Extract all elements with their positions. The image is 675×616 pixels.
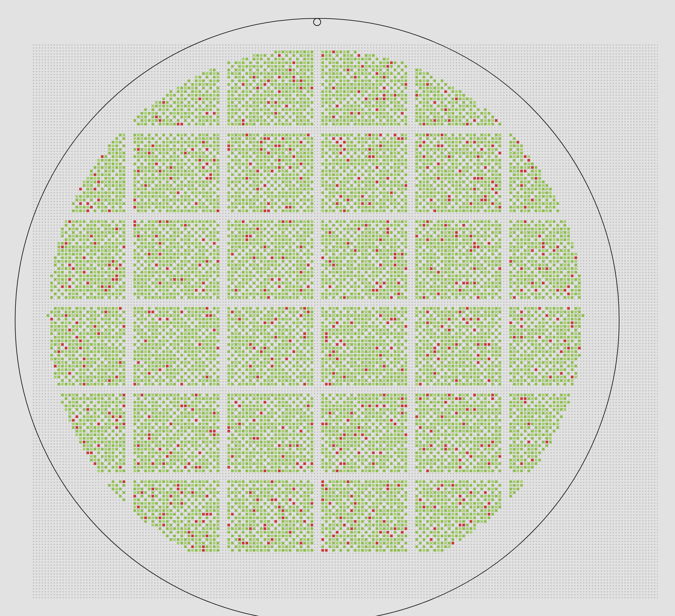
wafer-outline-circle	[15, 18, 619, 616]
wafer-map-viewport[interactable]	[0, 0, 675, 616]
wafer-notch	[313, 18, 321, 26]
